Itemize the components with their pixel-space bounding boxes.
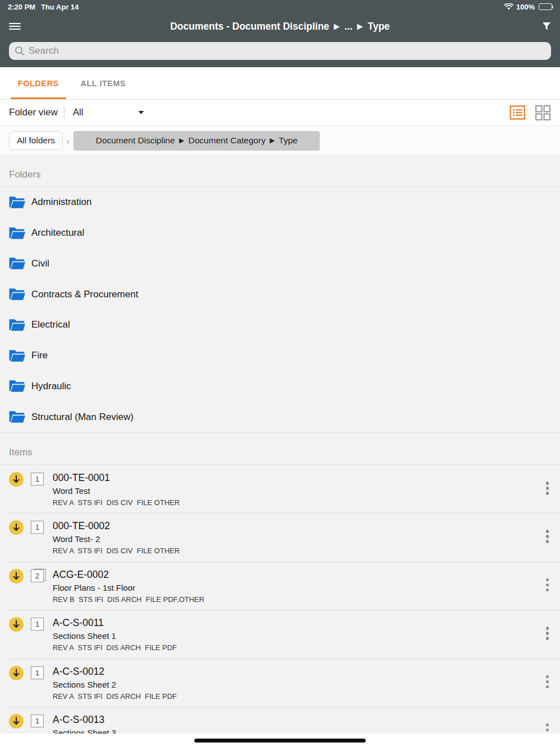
search-icon [15, 46, 25, 56]
item-title: Sections Sheet 2 [53, 680, 177, 689]
item-row[interactable]: 1 A-C-S-0011 Sections Sheet 1 REV A STS … [0, 610, 560, 658]
download-icon[interactable] [9, 472, 24, 487]
folder-label: Contracts & Procurement [31, 289, 138, 300]
download-icon[interactable] [9, 617, 24, 632]
list-view-icon[interactable] [510, 105, 525, 120]
item-meta: REV A STS IFI DIS CIV FILE OTHER [53, 547, 180, 555]
item-meta: REV A STS IFI DIS CIV FILE OTHER [53, 498, 180, 507]
item-row[interactable]: 2 ACG-E-0002 Floor Plans - 1st Floor REV… [0, 562, 560, 610]
vertical-divider [64, 106, 64, 119]
item-meta: REV A STS IFI DIS ARCH FILE PDF [53, 692, 177, 701]
tab-bar: FOLDERS ALL ITEMS [0, 67, 560, 100]
grid-view-icon[interactable] [535, 105, 551, 121]
folder-icon [9, 380, 25, 393]
item-meta: REV B STS IFI DIS ARCH FILE PDF,OTHER [53, 595, 204, 604]
folder-view-row: Folder view All [0, 100, 560, 126]
file-count-badge: 1 [31, 473, 44, 485]
search-placeholder: Search [29, 45, 59, 57]
breadcrumb-path-chip[interactable]: Document Discipline ► Document Category … [73, 131, 320, 151]
tab-folders[interactable]: FOLDERS [11, 67, 66, 99]
wifi-icon [504, 3, 514, 10]
breadcrumb-root-chip[interactable]: All folders [9, 131, 63, 150]
folders-list: Administration Architectural Civil Contr… [0, 187, 560, 432]
folder-label: Administration [31, 197, 92, 208]
folder-label: Fire [31, 350, 48, 361]
item-code: ACG-E-0002 [53, 569, 204, 581]
folder-view-select[interactable]: All [73, 107, 83, 118]
folder-label: Hydraulic [31, 381, 71, 392]
more-options-icon[interactable] [544, 673, 552, 691]
item-row[interactable]: 1 000-TE-0002 Word Test- 2 REV A STS IFI… [0, 513, 560, 561]
folder-row[interactable]: Contracts & Procurement [0, 279, 560, 310]
item-code: A-C-S-0011 [53, 617, 177, 629]
folder-row[interactable]: Hydraulic [0, 371, 560, 402]
clock: 2:20 PM [8, 3, 35, 11]
item-row[interactable]: 1 A-C-S-0013 Sections Sheet 3 [0, 707, 560, 737]
more-options-icon[interactable] [544, 624, 552, 642]
file-count-badge: 1 [31, 618, 44, 631]
folder-label: Structural (Man Review) [31, 412, 133, 423]
download-icon[interactable] [9, 666, 24, 680]
file-count-badge: 1 [31, 715, 44, 727]
battery-percent: 100% [516, 3, 535, 11]
folder-view-label: Folder view [9, 107, 58, 118]
chevron-down-icon[interactable] [138, 111, 144, 114]
more-options-icon[interactable] [544, 576, 552, 594]
more-options-icon[interactable] [544, 479, 552, 497]
item-code: A-C-S-0012 [53, 666, 177, 678]
folder-row[interactable]: Administration [0, 187, 560, 218]
item-row[interactable]: 1 000-TE-0001 Word Test REV A STS IFI DI… [0, 465, 560, 513]
folder-icon [9, 257, 25, 270]
download-icon[interactable] [9, 714, 24, 729]
folders-section-header: Folders [0, 155, 560, 187]
content-area: Folders Administration Architectural Civ… [0, 155, 560, 737]
folder-label: Electrical [31, 319, 70, 330]
folder-icon [9, 288, 25, 301]
navigation-bar: Documents - Document Discipline ► ... ► … [0, 13, 560, 39]
items-list: 1 000-TE-0001 Word Test REV A STS IFI DI… [0, 465, 560, 737]
folder-icon [9, 319, 25, 332]
folder-row[interactable]: Architectural [0, 218, 560, 249]
file-count-badge: 2 [31, 569, 44, 582]
file-count-badge: 1 [31, 666, 44, 679]
folder-label: Civil [31, 258, 49, 269]
folder-row[interactable]: Fire [0, 340, 560, 371]
battery-icon [539, 3, 552, 10]
item-code: 000-TE-0002 [53, 520, 180, 532]
item-meta: REV A STS IFI DIS ARCH FILE PDF [53, 643, 177, 652]
folder-label: Architectural [31, 227, 84, 239]
item-title: Sections Sheet 1 [53, 631, 177, 641]
item-row[interactable]: 1 A-C-S-0012 Sections Sheet 2 REV A STS … [0, 659, 560, 707]
breadcrumb: All folders › Document Discipline ► Docu… [0, 126, 560, 155]
item-code: A-C-S-0013 [53, 714, 116, 726]
search-row: Search [0, 39, 560, 67]
item-title: Word Test- 2 [53, 534, 180, 544]
page-title: Documents - Document Discipline ► ... ► … [0, 21, 560, 32]
item-title: Floor Plans - 1st Floor [53, 583, 204, 592]
more-options-icon[interactable] [544, 527, 552, 545]
date: Thu Apr 14 [41, 3, 78, 11]
folder-row[interactable]: Electrical [0, 310, 560, 340]
item-title: Word Test [53, 486, 180, 496]
folder-row[interactable]: Structural (Man Review) [0, 401, 560, 432]
folder-row[interactable]: Civil [0, 249, 560, 279]
folder-icon [9, 349, 25, 362]
folder-icon [9, 410, 25, 423]
items-section-header: Items [0, 432, 560, 465]
tab-all-items[interactable]: ALL ITEMS [73, 67, 133, 99]
download-icon[interactable] [9, 520, 24, 535]
home-indicator[interactable] [194, 739, 366, 743]
bottom-strip [0, 734, 560, 747]
item-code: 000-TE-0001 [53, 472, 180, 484]
filter-icon[interactable] [542, 22, 551, 31]
breadcrumb-chevron-icon: › [67, 136, 69, 146]
folder-icon [9, 227, 25, 240]
file-count-badge: 1 [31, 521, 44, 534]
status-bar: 2:20 PM Thu Apr 14 100% [0, 0, 560, 13]
folder-icon [9, 196, 25, 209]
download-icon[interactable] [9, 569, 24, 583]
search-input[interactable]: Search [9, 42, 551, 60]
